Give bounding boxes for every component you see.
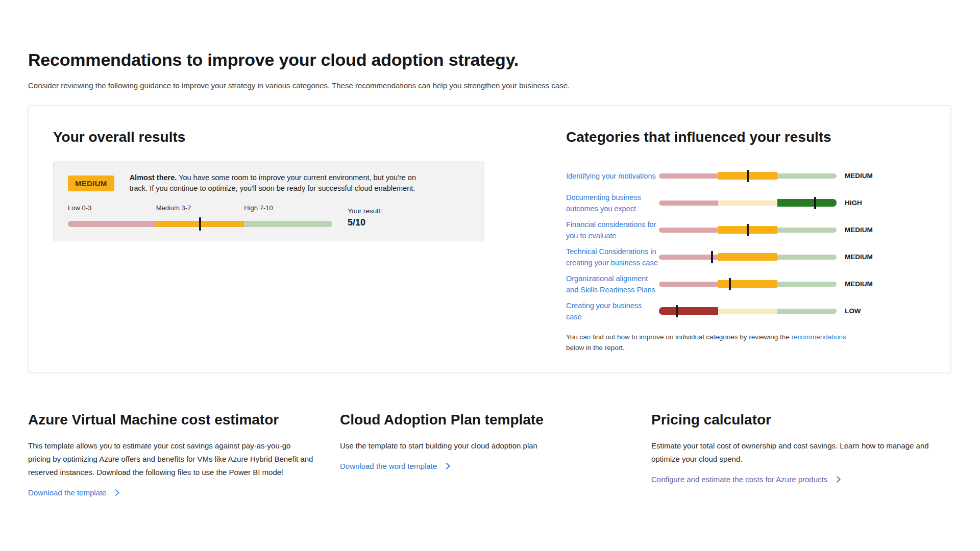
score-marker	[729, 278, 731, 290]
category-label[interactable]: Technical Considerations in creating you…	[566, 246, 659, 268]
scale-label: High 7-10	[244, 204, 273, 212]
overall-panel: MEDIUM Almost there. You have some room …	[53, 161, 484, 241]
category-row: Organizational alignment and Skills Read…	[566, 270, 918, 297]
bar-segment-low	[659, 173, 718, 179]
category-label[interactable]: Organizational alignment and Skills Read…	[566, 273, 659, 295]
resource-link-label: Configure and estimate the costs for Azu…	[651, 475, 827, 484]
overall-score-marker	[199, 217, 201, 231]
category-label[interactable]: Documenting business outcomes you expect	[566, 192, 659, 214]
resource-description: This template allows you to estimate you…	[28, 439, 315, 479]
categories-footnote: You can find out how to improve on indiv…	[566, 332, 856, 353]
category-level: MEDIUM	[845, 172, 873, 180]
category-level: MEDIUM	[845, 253, 873, 261]
score-marker	[747, 170, 749, 182]
overall-score-bar	[68, 217, 332, 231]
bar-segment-medium	[718, 280, 777, 288]
category-label[interactable]: Financial considerations for you to eval…	[566, 219, 659, 241]
categories-section: Categories that influenced your results …	[566, 129, 918, 353]
bar-segment-low	[659, 255, 718, 260]
overall-panel-top: MEDIUM Almost there. You have some room …	[68, 172, 470, 194]
categories-heading: Categories that influenced your results	[566, 129, 918, 145]
bar-segment-medium	[718, 201, 777, 206]
resource-link-label: Download the word template	[340, 462, 437, 470]
chevron-right-icon	[114, 489, 120, 496]
score-marker	[814, 197, 816, 209]
bar-segment-high	[777, 173, 837, 179]
category-level: HIGH	[845, 199, 862, 207]
bar-segment-low	[659, 228, 718, 233]
bar-segment-medium	[718, 253, 777, 261]
bar-segment-medium	[718, 309, 777, 314]
resource-card-pricing-calculator: Pricing calculator Estimate your total c…	[651, 412, 952, 497]
chevron-right-icon	[835, 476, 842, 483]
page: Recommendations to improve your cloud ad…	[0, 0, 980, 497]
category-row: Documenting business outcomes you expect…	[566, 189, 918, 216]
overall-panel-bottom: Low 0-3Medium 3-7High 7-10 Your result: …	[68, 204, 470, 231]
category-row: Identifying your motivations MEDIUM	[566, 162, 918, 189]
overall-bar-block: Low 0-3Medium 3-7High 7-10	[68, 204, 332, 231]
resource-title: Azure Virtual Machine cost estimator	[28, 412, 340, 428]
bar-segment-high	[777, 228, 837, 233]
overall-summary: Almost there. You have some room to impr…	[130, 172, 427, 194]
resource-card-vm-cost-estimator: Azure Virtual Machine cost estimator Thi…	[28, 412, 340, 497]
category-bar	[659, 278, 837, 290]
footnote-text-before: You can find out how to improve on indiv…	[566, 333, 792, 341]
category-row: Creating your business case LOW	[566, 297, 918, 324]
bar-segment-high	[777, 255, 837, 260]
scale-label: Medium 3-7	[156, 204, 191, 212]
category-level: MEDIUM	[845, 280, 873, 288]
category-row: Financial considerations for you to eval…	[566, 216, 918, 243]
category-bar	[659, 305, 837, 317]
category-bar-track	[659, 253, 837, 261]
result-block: Your result: 5/10	[348, 204, 382, 228]
bar-segment-high	[244, 221, 332, 227]
resource-title: Pricing calculator	[651, 412, 952, 428]
bar-segment-low	[659, 282, 718, 287]
category-label[interactable]: Identifying your motivations	[566, 170, 659, 182]
download-template-link[interactable]: Download the template	[28, 488, 120, 497]
chevron-right-icon	[445, 463, 451, 469]
resource-description: Use the template to start building your …	[340, 439, 605, 453]
page-title: Recommendations to improve your cloud ad…	[28, 0, 952, 70]
bar-segment-high	[777, 309, 837, 314]
overall-summary-bold: Almost there.	[130, 173, 177, 182]
category-bar	[659, 197, 837, 209]
resource-title: Cloud Adoption Plan template	[340, 412, 651, 428]
overall-level-badge: MEDIUM	[68, 176, 114, 191]
category-bar	[659, 170, 837, 182]
bar-segment-high	[777, 282, 837, 287]
category-bar-track	[659, 307, 837, 315]
category-label[interactable]: Creating your business case	[566, 300, 659, 322]
category-bar	[659, 251, 837, 263]
category-level: MEDIUM	[845, 226, 873, 234]
category-bar-track	[659, 199, 837, 207]
bar-segment-low	[68, 221, 156, 227]
score-marker	[711, 251, 713, 263]
scale-labels: Low 0-3Medium 3-7High 7-10	[68, 204, 332, 213]
configure-estimate-costs-link[interactable]: Configure and estimate the costs for Azu…	[651, 475, 842, 484]
bar-segment-low	[659, 307, 718, 315]
download-word-template-link[interactable]: Download the word template	[340, 462, 451, 470]
footnote-text-after: below in the report.	[566, 344, 625, 352]
category-bar	[659, 224, 837, 236]
results-card: Your overall results MEDIUM Almost there…	[28, 105, 951, 373]
category-rows: Identifying your motivations MEDIUM Docu…	[566, 162, 918, 324]
resource-description: Estimate your total cost of ownership an…	[651, 439, 940, 466]
score-marker	[747, 224, 749, 236]
scale-label: Low 0-3	[68, 204, 91, 212]
bar-segment-high	[777, 199, 837, 207]
resources-row: Azure Virtual Machine cost estimator Thi…	[28, 412, 952, 497]
score-marker	[676, 305, 678, 317]
category-level: LOW	[845, 307, 861, 315]
category-bar-track	[659, 280, 837, 288]
category-row: Technical Considerations in creating you…	[566, 243, 918, 270]
result-value: 5/10	[348, 217, 382, 228]
recommendations-link[interactable]: recommendations	[792, 333, 846, 341]
result-label: Your result:	[348, 207, 382, 215]
bar-segment-low	[659, 201, 718, 206]
resource-card-adoption-plan: Cloud Adoption Plan template Use the tem…	[340, 412, 651, 497]
resource-link-label: Download the template	[28, 488, 106, 497]
page-subtitle: Consider reviewing the following guidanc…	[28, 81, 952, 90]
